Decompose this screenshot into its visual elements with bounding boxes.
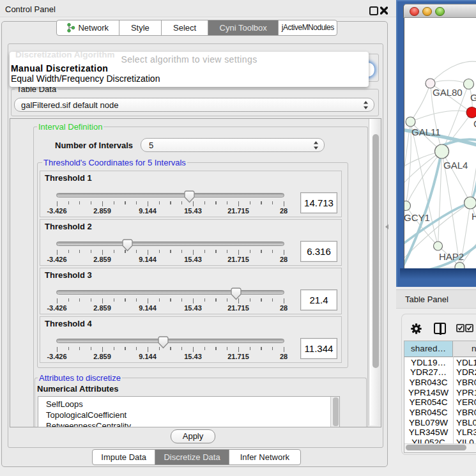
svg-text:GAL80: GAL80 <box>433 87 463 98</box>
svg-text:GAL4: GAL4 <box>443 160 468 171</box>
svg-text:H: H <box>472 211 476 222</box>
svg-text:GCY1: GCY1 <box>404 212 430 223</box>
svg-text:GAL11: GAL11 <box>411 127 441 137</box>
svg-text:C: C <box>473 118 476 129</box>
svg-text:HAP2: HAP2 <box>439 251 464 262</box>
svg-text:GA: GA <box>470 92 476 103</box>
